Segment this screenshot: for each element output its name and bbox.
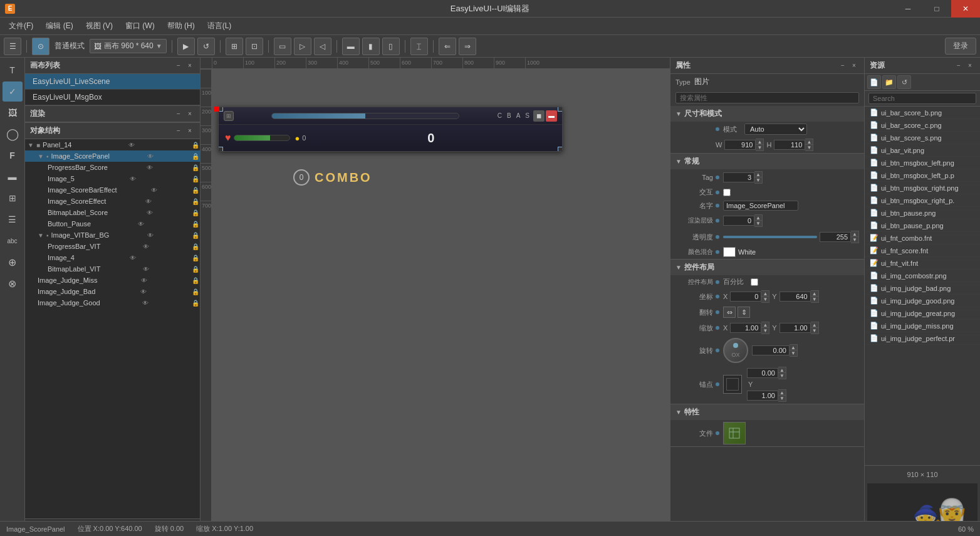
tree-vis-9[interactable]: 👁 xyxy=(142,242,150,251)
render-layer-input[interactable] xyxy=(723,216,754,226)
tree-item-scorebareffect[interactable]: Image_ScoreBarEffect 👁 🔒 xyxy=(25,184,200,196)
tool-layers-2[interactable]: ⊗ xyxy=(3,273,23,293)
scale-y-up[interactable]: ▲ xyxy=(811,322,818,328)
x-down[interactable]: ▼ xyxy=(761,297,769,302)
file-thumbnail[interactable] xyxy=(723,422,746,444)
toolbar-btn-6[interactable]: ▷ xyxy=(294,38,311,55)
toolbar-play-btn[interactable]: ▶ xyxy=(177,38,195,55)
tool-text[interactable]: T xyxy=(3,60,23,80)
toolbar-btn-10[interactable]: ▯ xyxy=(382,38,400,55)
tree-item-judge-good[interactable]: Image_Judge_Good 👁 🔒 xyxy=(25,297,200,308)
tree-lock-6[interactable]: 🔒 xyxy=(191,208,200,217)
anchor-y-up[interactable]: ▲ xyxy=(778,390,786,396)
tree-item-scoreeffect[interactable]: Image_ScoreEffect 👁 🔒 xyxy=(25,196,200,207)
toolbar-canvas-size[interactable]: 🖼 画布 960 * 640 ▼ xyxy=(90,39,167,53)
menu-lang[interactable]: 语言(L) xyxy=(201,18,238,34)
tree-lock-2[interactable]: 🔒 xyxy=(191,163,200,172)
close-button[interactable]: ✕ xyxy=(951,0,980,18)
percent-checkbox[interactable] xyxy=(751,278,758,286)
tree-item-button-pause[interactable]: Button_Pause 👁 🔒 xyxy=(25,218,200,229)
canvas-list-x-btn[interactable]: × xyxy=(185,61,195,71)
tree-vis-8[interactable]: 👁 xyxy=(146,231,155,239)
res-item-9[interactable]: 📄 ui_btn_pause_p.png xyxy=(865,219,980,232)
tag-up[interactable]: ▲ xyxy=(754,172,762,177)
res-item-4[interactable]: 📄 ui_btn_msgbox_left.png xyxy=(865,157,980,169)
maximize-button[interactable]: □ xyxy=(922,0,951,18)
canvas-item-1[interactable]: EasyLiveUI_MsgBox xyxy=(25,90,200,105)
menu-file[interactable]: 文件(F) xyxy=(3,18,39,34)
tree-item-vitbar-bg[interactable]: ▼ ▪ Image_VITBar_BG 👁 🔒 xyxy=(25,229,200,241)
scale-x-input[interactable] xyxy=(730,323,761,333)
tree-lock-11[interactable]: 🔒 xyxy=(191,265,200,273)
rotation-input[interactable] xyxy=(752,345,790,355)
scale-y-input[interactable] xyxy=(779,323,811,333)
common-header[interactable]: ▼ 常规 xyxy=(670,154,864,169)
tree-vis-14[interactable]: 👁 xyxy=(141,298,150,307)
render-panel-x-btn[interactable]: × xyxy=(185,109,195,119)
toolbar-btn-9[interactable]: ▮ xyxy=(362,38,380,55)
res-item-8[interactable]: 📄 ui_btn_pause.png xyxy=(865,207,980,219)
toolbar-btn-12[interactable]: ⇐ xyxy=(439,38,456,55)
scale-x-up[interactable]: ▲ xyxy=(761,322,769,328)
toolbar-btn-11[interactable]: ⌶ xyxy=(410,38,428,55)
render-layer-down[interactable]: ▼ xyxy=(754,221,762,226)
res-item-15[interactable]: 📄 ui_img_judge_good.png xyxy=(865,295,980,307)
rotation-up[interactable]: ▲ xyxy=(790,345,797,350)
tag-input[interactable] xyxy=(723,172,754,182)
tag-down[interactable]: ▼ xyxy=(754,177,762,183)
flip-v-btn[interactable]: ⇕ xyxy=(738,307,750,318)
rotation-knob[interactable]: OX xyxy=(723,338,748,363)
anchor-x-up[interactable]: ▲ xyxy=(778,367,786,373)
res-refresh-btn[interactable]: ↺ xyxy=(897,75,911,89)
res-item-6[interactable]: 📄 ui_btn_msgbox_right.png xyxy=(865,182,980,194)
res-item-7[interactable]: 📄 ui_btn_msgbox_right_p. xyxy=(865,194,980,207)
tree-vis-11[interactable]: 👁 xyxy=(142,265,150,273)
tree-item-image4[interactable]: Image_4 👁 🔒 xyxy=(25,252,200,263)
y-input[interactable] xyxy=(779,292,811,302)
tree-lock-14[interactable]: 🔒 xyxy=(191,298,200,307)
res-item-3[interactable]: 📄 ui_bar_vit.png xyxy=(865,144,980,157)
anchor-y-input[interactable] xyxy=(747,391,778,401)
res-new-file-btn[interactable]: 📄 xyxy=(867,75,881,89)
tree-item-progressbar-score[interactable]: ProgressBar_Score 👁 🔒 xyxy=(25,162,200,173)
canvas-item-0[interactable]: EasyLiveUI_LiveScene xyxy=(25,74,200,90)
res-item-5[interactable]: 📄 ui_btn_msgbox_left_p.p xyxy=(865,169,980,182)
tree-vis-13[interactable]: 👁 xyxy=(139,287,148,296)
res-folder-btn[interactable]: 📁 xyxy=(882,75,896,89)
res-item-12[interactable]: 📝 ui_fnt_vit.fnt xyxy=(865,257,980,270)
tree-vis-5[interactable]: 👁 xyxy=(144,197,153,206)
name-input[interactable] xyxy=(723,201,798,211)
tree-item-image5[interactable]: Image_5 👁 🔒 xyxy=(25,173,200,184)
tree-lock-13[interactable]: 🔒 xyxy=(191,287,200,296)
tree-item-scorepanel[interactable]: ▼ ▪ Image_ScorePanel 👁 🔒 xyxy=(25,150,200,162)
res-item-1[interactable]: 📄 ui_bar_score_c.png xyxy=(865,119,980,132)
tree-lock-9[interactable]: 🔒 xyxy=(191,242,200,251)
anchor-y-down[interactable]: ▼ xyxy=(778,396,786,401)
scale-x-down[interactable]: ▼ xyxy=(761,328,769,334)
tool-layers-1[interactable]: ⊕ xyxy=(3,252,23,272)
toolbar-align-left-btn[interactable]: ⊞ xyxy=(226,38,243,55)
toolbar-btn-7[interactable]: ◁ xyxy=(314,38,331,55)
rotation-down[interactable]: ▼ xyxy=(790,350,797,356)
toolbar-btn-8[interactable]: ▬ xyxy=(342,38,360,55)
toolbar-btn-5[interactable]: ▭ xyxy=(274,38,291,55)
tree-vis-4[interactable]: 👁 xyxy=(150,186,159,194)
h-up-arrow[interactable]: ▲ xyxy=(805,139,813,145)
tree-lock-10[interactable]: 🔒 xyxy=(191,253,200,262)
tree-item-panel14[interactable]: ▼ ■ Panel_14 👁 🔒 xyxy=(25,139,200,150)
render-panel-minus-btn[interactable]: − xyxy=(174,109,184,119)
login-button[interactable]: 登录 xyxy=(945,38,976,55)
res-item-17[interactable]: 📄 ui_img_judge_miss.png xyxy=(865,320,980,332)
y-up[interactable]: ▲ xyxy=(811,291,818,297)
color-swatch[interactable] xyxy=(723,247,736,257)
tool-list[interactable]: ☰ xyxy=(3,209,23,229)
h-input[interactable] xyxy=(774,140,805,150)
tool-select[interactable]: ✓ xyxy=(3,81,23,102)
tool-image[interactable]: 🖼 xyxy=(3,103,23,123)
scale-y-down[interactable]: ▼ xyxy=(811,328,818,334)
x-up[interactable]: ▲ xyxy=(761,291,769,297)
w-up-arrow[interactable]: ▲ xyxy=(756,139,763,145)
properties-search-input[interactable] xyxy=(675,92,859,103)
anchor-x-down[interactable]: ▼ xyxy=(778,373,786,379)
opacity-slider[interactable] xyxy=(723,236,817,238)
